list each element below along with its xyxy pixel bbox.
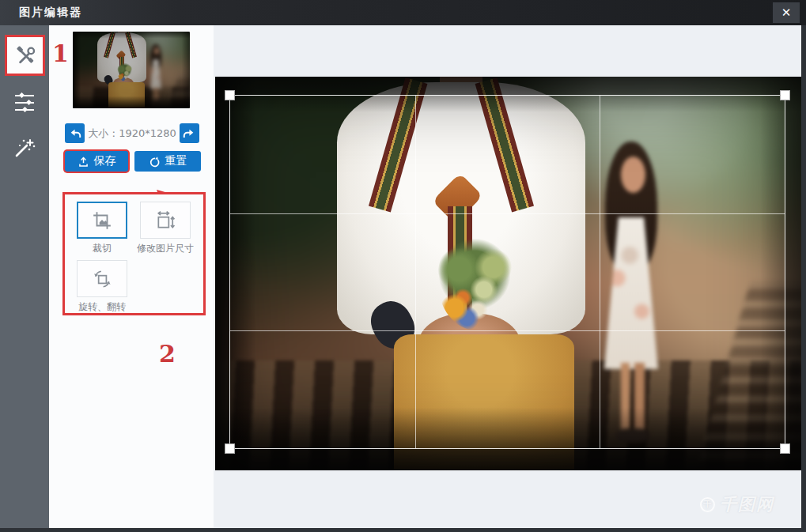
annotation-step-2: 2 bbox=[159, 340, 176, 368]
close-icon[interactable]: ✕ bbox=[773, 2, 800, 23]
image-thumbnail bbox=[73, 32, 190, 108]
rotate-label: 旋转、翻转 bbox=[78, 300, 126, 314]
watermark: 千 千图网 bbox=[700, 493, 774, 515]
reset-button[interactable]: 重置 bbox=[134, 151, 201, 172]
crop-gridline bbox=[600, 96, 600, 448]
window-edge bbox=[0, 528, 806, 532]
watermark-text: 千图网 bbox=[720, 493, 774, 515]
rotate-button[interactable] bbox=[77, 260, 127, 297]
save-label: 保存 bbox=[94, 154, 116, 168]
upload-icon bbox=[78, 156, 89, 168]
window-title: 图片编辑器 bbox=[19, 6, 82, 20]
crop-gridline bbox=[230, 330, 785, 331]
action-row: 保存 重置 bbox=[65, 151, 201, 172]
rotate-flip-icon bbox=[92, 269, 112, 289]
undo-button[interactable] bbox=[65, 123, 85, 143]
tool-rotate: 旋转、翻转 bbox=[70, 260, 134, 314]
redo-button[interactable] bbox=[180, 123, 199, 143]
crop-handle-top-right[interactable] bbox=[780, 90, 790, 100]
sidebar bbox=[0, 25, 49, 528]
editing-stage bbox=[215, 77, 801, 470]
reset-icon bbox=[149, 156, 161, 168]
crop-icon bbox=[92, 210, 112, 231]
crop-handle-bottom-left[interactable] bbox=[225, 443, 235, 454]
titlebar: 图片编辑器 ✕ bbox=[0, 0, 806, 25]
resize-icon bbox=[155, 210, 176, 231]
annotation-step-1: 1 bbox=[52, 40, 69, 67]
canvas-area: 千 千图网 bbox=[214, 25, 801, 528]
editor-panel: 大小：1920*1280 保存 重置 bbox=[49, 25, 214, 528]
sidebar-item-tools[interactable] bbox=[5, 35, 45, 76]
resize-label: 修改图片尺寸 bbox=[137, 242, 194, 255]
photo-preview bbox=[73, 32, 190, 108]
tool-crop: 裁切 bbox=[70, 202, 134, 255]
crop-gridline bbox=[415, 96, 416, 448]
crop-handle-top-left[interactable] bbox=[225, 90, 235, 100]
crop-gridline bbox=[230, 213, 785, 214]
sidebar-item-adjustments[interactable] bbox=[0, 85, 49, 120]
sidebar-item-effects[interactable] bbox=[0, 130, 49, 164]
sliders-icon bbox=[13, 92, 36, 113]
size-row: 大小：1920*1280 bbox=[65, 123, 199, 143]
crop-label: 裁切 bbox=[93, 242, 112, 255]
qiantu-logo-icon: 千 bbox=[700, 497, 715, 512]
crop-selection[interactable] bbox=[229, 95, 785, 449]
magic-wand-icon bbox=[13, 135, 36, 159]
resize-button[interactable] bbox=[140, 202, 191, 239]
image-editor-window: 图片编辑器 ✕ bbox=[0, 0, 806, 532]
window-edge bbox=[801, 25, 806, 532]
tools-icon bbox=[14, 44, 36, 66]
save-button[interactable]: 保存 bbox=[65, 151, 128, 172]
crop-handle-bottom-right[interactable] bbox=[780, 443, 790, 454]
reset-label: 重置 bbox=[165, 154, 187, 168]
tools-group: 裁切 修改图片尺寸 旋转、翻转 bbox=[62, 192, 206, 315]
tool-resize: 修改图片尺寸 bbox=[134, 202, 197, 255]
image-size-label: 大小：1920*1280 bbox=[88, 126, 176, 141]
crop-button[interactable] bbox=[77, 202, 127, 239]
